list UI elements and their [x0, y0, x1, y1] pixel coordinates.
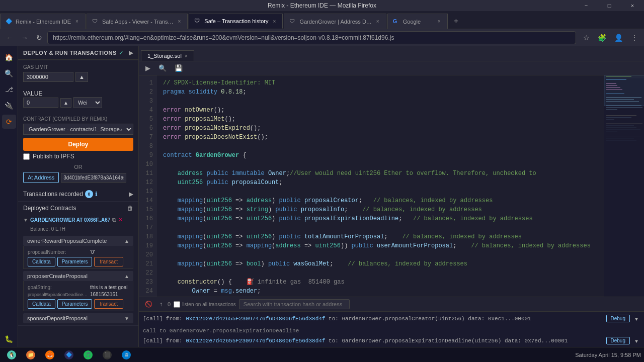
- tab-safe-viewer-close[interactable]: ×: [177, 18, 183, 25]
- editor-tab-storage[interactable]: 1_Storage.sol ×: [141, 50, 194, 61]
- url-bar[interactable]: [47, 31, 576, 44]
- menu-btn[interactable]: ⋮: [628, 32, 641, 43]
- home-icon-btn[interactable]: 🏠: [2, 50, 16, 64]
- storage-icon-btn[interactable]: 💾: [172, 63, 185, 73]
- call-tag-1: [call]: [143, 315, 163, 323]
- run-btn[interactable]: ▶: [143, 63, 153, 73]
- tab-safe-tx-close[interactable]: ×: [272, 18, 278, 25]
- params-btn-1[interactable]: Parameters: [57, 257, 93, 266]
- contract-label: CONTRACT (Compiled by Remix): [23, 116, 133, 122]
- value-up[interactable]: ▲: [60, 98, 71, 108]
- tab-google-close[interactable]: ×: [436, 18, 442, 25]
- panel-expand-btn[interactable]: ▶: [129, 49, 133, 56]
- git-icon-btn[interactable]: ⎇: [2, 82, 16, 97]
- expand-btn-1[interactable]: ▼: [633, 315, 640, 325]
- function-owner-reward-header[interactable]: ownerRewardProposalComplete ▲: [23, 236, 133, 246]
- safe-viewer-favicon: 🛡: [92, 18, 99, 25]
- remove-icon[interactable]: ✕: [118, 217, 123, 223]
- taskbar-terminal[interactable]: ⬛: [99, 349, 116, 360]
- tab-safe-viewer[interactable]: 🛡 Safe Apps - Viewer - Trans… ×: [87, 14, 188, 29]
- editor-tab-close[interactable]: ×: [185, 53, 188, 59]
- taskbar-files[interactable]: 📁: [22, 349, 39, 360]
- function-owner-reward: ownerRewardProposalComplete ▲ proposalNu…: [23, 236, 133, 269]
- contract-deployed-header[interactable]: ▼ GARDENGROWER AT 0X66F..A67 ⧉ ✕: [23, 215, 133, 225]
- tab-google-label: Google: [403, 19, 421, 25]
- minimap-svg: [604, 75, 644, 277]
- editor-toolbar: ▶ 🔍 💾: [139, 61, 644, 75]
- console-search[interactable]: [239, 299, 350, 309]
- at-address-input[interactable]: [61, 173, 126, 183]
- listen-checkbox[interactable]: [174, 301, 180, 308]
- firefox-icon: 🦊: [45, 350, 54, 359]
- taskbar-music[interactable]: 🎵: [79, 349, 97, 360]
- panel-header: DEPLOY & RUN TRANSACTIONS ✓ ▶: [18, 46, 138, 60]
- debug-btn-2[interactable]: Debug: [606, 337, 630, 344]
- main-area: 🏠 🔍 ⎇ 🔌 ⟳ 🐛 ⚙ DEPLOY & RUN TRANSACTIONS …: [0, 46, 644, 362]
- reload-btn[interactable]: ↻: [33, 32, 45, 44]
- function-sponsor: sponsorDepositProposal ▼: [23, 313, 133, 323]
- console-up-btn[interactable]: ↑: [157, 300, 165, 309]
- editor-area: 1_Storage.sol × ▶ 🔍 💾 12345 678910 11121…: [139, 46, 644, 362]
- tab-garden-close[interactable]: ×: [375, 18, 381, 25]
- taskbar-remix[interactable]: 🔷: [60, 349, 77, 360]
- panel-title: DEPLOY & RUN TRANSACTIONS: [23, 50, 117, 56]
- minimize-btn[interactable]: −: [575, 0, 598, 11]
- taskbar-start[interactable]: 🐧: [3, 349, 20, 360]
- console-clear-btn[interactable]: 🚫: [143, 300, 154, 309]
- safe-tx-favicon: 🛡: [194, 18, 201, 25]
- profile-btn[interactable]: 👤: [611, 32, 626, 43]
- taskbar-vscode[interactable]: 🖥: [118, 349, 135, 360]
- info-icon[interactable]: ℹ: [95, 191, 98, 198]
- expand-btn-2[interactable]: ▼: [633, 337, 640, 347]
- transact-btn-1[interactable]: transact: [94, 257, 123, 266]
- close-btn[interactable]: ×: [621, 0, 644, 11]
- unit-select[interactable]: Wei Gwei Ether: [73, 97, 102, 108]
- garden-favicon: 🛡: [289, 18, 296, 25]
- listen-label: listen on all transactions: [174, 301, 236, 308]
- maximize-btn[interactable]: □: [598, 0, 621, 11]
- taskbar-firefox[interactable]: 🦊: [41, 349, 58, 360]
- function-sponsor-header[interactable]: sponsorDepositProposal ▼: [23, 313, 133, 323]
- debug-btn-1[interactable]: Debug: [606, 315, 630, 322]
- at-address-btn[interactable]: At Address: [23, 172, 59, 183]
- transact-btn-2[interactable]: transact: [94, 299, 123, 309]
- deploy-btn[interactable]: Deploy: [23, 138, 133, 151]
- gas-limit-up[interactable]: ▲: [75, 72, 88, 82]
- console-line-2: [call] from: 0xc1202e7d42655F23097476f6D…: [143, 336, 640, 348]
- contract-select[interactable]: GardenGrower - contracts/1_Storage.c:…: [23, 124, 133, 135]
- new-tab-btn[interactable]: +: [449, 14, 463, 29]
- copy-icon[interactable]: ⧉: [112, 217, 116, 223]
- search-icon-btn[interactable]: 🔍: [2, 66, 16, 80]
- deploy-icon-btn[interactable]: ⟳: [2, 115, 16, 129]
- debug-icon-btn[interactable]: 🐛: [2, 332, 16, 346]
- gas-limit-input[interactable]: [23, 72, 73, 82]
- tab-safe-tx[interactable]: 🛡 Safe – Transaction history ×: [189, 14, 283, 29]
- icon-sidebar: 🏠 🔍 ⎇ 🔌 ⟳ 🐛 ⚙: [0, 46, 18, 362]
- plugin-icon-btn[interactable]: 🔌: [2, 99, 16, 113]
- tab-garden[interactable]: 🛡 GardenGrower | Address D… ×: [284, 14, 386, 29]
- value-row: ▲ Wei Gwei Ether: [23, 97, 133, 108]
- value-input[interactable]: [23, 98, 58, 108]
- deployed-contracts-header[interactable]: Deployed Contracts 🗑: [18, 202, 138, 215]
- param-goal-string: goalString: this is a test goal: [28, 285, 129, 290]
- calldata-btn-1[interactable]: Calldata: [28, 257, 55, 266]
- calldata-btn-2[interactable]: Calldata: [28, 299, 55, 309]
- tab-google[interactable]: G Google ×: [387, 14, 448, 29]
- publish-checkbox[interactable]: [23, 153, 30, 160]
- tab-remix-close[interactable]: ×: [74, 18, 80, 25]
- svg-rect-24: [606, 138, 634, 138]
- bookmark-btn[interactable]: ☆: [580, 32, 593, 43]
- trash-icon[interactable]: 🗑: [127, 205, 133, 212]
- transactions-header[interactable]: Transactions recorded 0 ℹ ▶: [18, 187, 138, 201]
- tab-remix[interactable]: 🔷 Remix - Ethereum IDE ×: [0, 14, 86, 29]
- extensions-btn[interactable]: 🧩: [595, 32, 609, 43]
- tabbar: 🔷 Remix - Ethereum IDE × 🛡 Safe Apps - V…: [0, 11, 644, 29]
- params-btn-2[interactable]: Parameters: [57, 299, 93, 309]
- code-editor[interactable]: 12345 678910 1112131415 1617181920 21222…: [139, 75, 604, 297]
- value-section: VALUE ▲ Wei Gwei Ether: [18, 86, 138, 112]
- terminal-icon: ⬛: [103, 350, 112, 359]
- search-code-btn[interactable]: 🔍: [156, 63, 169, 73]
- forward-btn[interactable]: →: [18, 32, 31, 44]
- function-proposer-header[interactable]: proposerCreateProposal ▲: [23, 271, 133, 281]
- back-btn[interactable]: ←: [3, 32, 16, 44]
